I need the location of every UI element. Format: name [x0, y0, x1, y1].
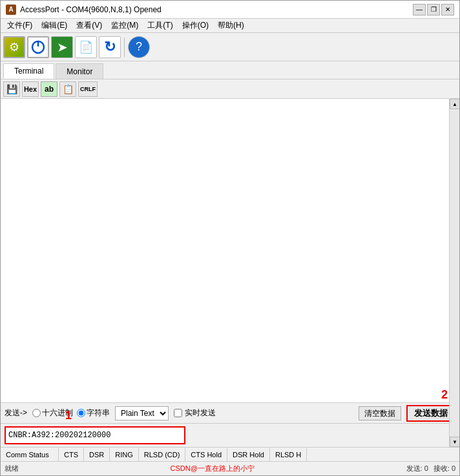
minimize-button[interactable]: —	[413, 4, 426, 16]
help-toolbar-button[interactable]: ?	[128, 36, 150, 58]
copy-sec-button[interactable]: 📋	[59, 81, 76, 97]
send-button[interactable]: 发送数据	[406, 405, 455, 422]
radio-hex-input[interactable]	[32, 409, 41, 417]
send-text-input[interactable]	[5, 426, 185, 444]
restore-button[interactable]: ❐	[427, 4, 440, 16]
toolbar-separator	[124, 37, 125, 57]
ready-status: 就绪	[5, 464, 19, 473]
watermark: CSDN@一直在路上的小宁	[171, 464, 255, 473]
annotation-2: 2	[441, 388, 448, 402]
radio-str-input[interactable]	[77, 409, 85, 417]
encoding-select[interactable]: Plain Text Hex ASCII	[115, 406, 169, 420]
scroll-track[interactable]	[450, 109, 459, 437]
menu-help[interactable]: 帮助(H)	[214, 19, 248, 32]
app-icon: A	[6, 5, 16, 15]
ab-sec-button[interactable]: ab	[41, 81, 58, 97]
title-bar: A AccessPort - COM4(9600,N,8,1) Opened —…	[1, 1, 459, 19]
status-cts: CTS	[59, 448, 84, 461]
arrow-toolbar-button[interactable]: ➤	[51, 36, 73, 58]
status-dsr: DSR	[84, 448, 110, 461]
main-toolbar: ⚙ ➤ 📄 ↻ ?	[1, 33, 459, 61]
send-input-area	[1, 424, 459, 447]
refresh-toolbar-button[interactable]: ↻	[99, 36, 121, 58]
send-count: 发送: 0	[406, 464, 428, 473]
send-label: 发送->	[5, 408, 27, 419]
scroll-down-arrow[interactable]: ▼	[450, 437, 459, 447]
bottom-bar: 就绪 CSDN@一直在路上的小宁 发送: 0 接收: 0	[1, 461, 459, 475]
cog-toolbar-button[interactable]: ⚙	[3, 36, 25, 58]
main-window: A AccessPort - COM4(9600,N,8,1) Opened —…	[0, 0, 460, 476]
status-cts-hold: CTS Hold	[185, 448, 227, 461]
annotation-1: 1	[65, 409, 72, 422]
clear-button[interactable]: 清空数据	[359, 406, 401, 420]
crlf-sec-button[interactable]: CRLF	[78, 81, 98, 97]
hex-sec-button[interactable]: Hex	[22, 81, 39, 97]
main-content-area: ▲ ▼ 发送-> 十六进制 字符串 Plain T	[1, 99, 459, 447]
radio-str-label: 字符串	[87, 408, 110, 419]
status-ring: RING	[110, 448, 139, 461]
receive-count: 接收: 0	[434, 464, 455, 473]
menu-edit[interactable]: 编辑(E)	[37, 19, 71, 32]
status-rlsd: RLSD (CD)	[139, 448, 186, 461]
menu-file[interactable]: 文件(F)	[3, 19, 36, 32]
tab-terminal[interactable]: Terminal	[3, 63, 54, 79]
menu-tools[interactable]: 工具(T)	[143, 19, 176, 32]
radio-str-item: 字符串	[77, 408, 110, 419]
save-sec-button[interactable]: 💾	[3, 81, 20, 97]
title-bar-left: A AccessPort - COM4(9600,N,8,1) Opened	[6, 5, 162, 15]
menu-monitor[interactable]: 监控(M)	[107, 19, 142, 32]
window-controls: — ❐ ✕	[413, 4, 454, 16]
scroll-up-arrow[interactable]: ▲	[450, 99, 459, 109]
status-rlsd-h: RLSD H	[270, 448, 307, 461]
tab-monitor[interactable]: Monitor	[56, 63, 103, 79]
secondary-toolbar: 💾 Hex ab 📋 CRLF	[1, 79, 459, 99]
realtime-checkbox-group: 实时发送	[174, 408, 216, 419]
menu-view[interactable]: 查看(V)	[72, 19, 106, 32]
window-title: AccessPort - COM4(9600,N,8,1) Opened	[20, 5, 162, 14]
status-dsr-hold: DSR Hold	[227, 448, 270, 461]
menu-bar: 文件(F) 编辑(E) 查看(V) 监控(M) 工具(T) 操作(O) 帮助(H…	[1, 19, 459, 33]
vertical-scrollbar[interactable]: ▲ ▼	[449, 99, 459, 447]
power-toolbar-button[interactable]	[27, 36, 49, 58]
realtime-checkbox[interactable]	[174, 409, 182, 417]
terminal-display[interactable]	[1, 99, 459, 402]
tabs-bar: Terminal Monitor	[1, 61, 459, 79]
close-button[interactable]: ✕	[441, 4, 454, 16]
doc-toolbar-button[interactable]: 📄	[75, 36, 97, 58]
realtime-label: 实时发送	[185, 408, 216, 419]
menu-operate[interactable]: 操作(O)	[178, 19, 213, 32]
status-comm: Comm Status	[1, 448, 59, 461]
status-bar: Comm Status CTS DSR RING RLSD (CD) CTS H…	[1, 447, 459, 461]
